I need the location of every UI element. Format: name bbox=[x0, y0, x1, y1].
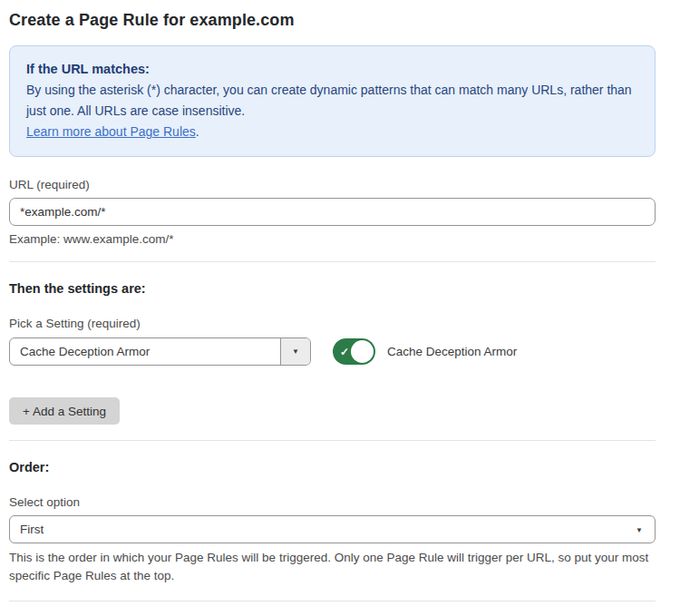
settings-section-heading: Then the settings are: bbox=[9, 281, 656, 296]
url-helper-text: Example: www.example.com/* bbox=[9, 232, 656, 246]
divider bbox=[9, 601, 656, 601]
toggle-label: Cache Deception Armor bbox=[387, 345, 517, 358]
info-box-link-line: Learn more about Page Rules. bbox=[26, 122, 638, 142]
link-suffix: . bbox=[196, 124, 199, 139]
url-match-info-box: If the URL matches: By using the asteris… bbox=[9, 45, 656, 157]
setting-row: Cache Deception Armor ▼ ✓ Cache Deceptio… bbox=[9, 337, 656, 366]
url-input[interactable] bbox=[9, 198, 656, 226]
divider bbox=[9, 440, 656, 441]
setting-select-value: Cache Deception Armor bbox=[10, 338, 280, 365]
order-select-label: Select option bbox=[9, 495, 656, 509]
order-section-heading: Order: bbox=[9, 460, 656, 474]
create-page-rule-form: Create a Page Rule for example.com If th… bbox=[9, 0, 656, 616]
divider bbox=[9, 261, 656, 262]
order-select[interactable]: First ▼ bbox=[9, 515, 656, 543]
page-title: Create a Page Rule for example.com bbox=[9, 11, 656, 30]
check-icon: ✓ bbox=[340, 345, 349, 357]
setting-select[interactable]: Cache Deception Armor ▼ bbox=[9, 337, 311, 366]
learn-more-link[interactable]: Learn more about Page Rules bbox=[26, 124, 196, 139]
info-box-heading: If the URL matches: bbox=[26, 59, 638, 80]
url-field-label: URL (required) bbox=[9, 178, 656, 191]
pick-setting-label: Pick a Setting (required) bbox=[9, 317, 656, 330]
order-helper-text: This is the order in which your Page Rul… bbox=[9, 549, 656, 585]
cache-deception-armor-toggle[interactable]: ✓ bbox=[333, 338, 375, 365]
toggle-knob bbox=[351, 340, 374, 363]
chevron-down-icon[interactable]: ▼ bbox=[280, 338, 310, 365]
chevron-down-icon: ▼ bbox=[636, 525, 643, 533]
order-select-value: First bbox=[20, 523, 44, 536]
info-box-body: By using the asterisk (*) character, you… bbox=[26, 80, 638, 122]
add-setting-button[interactable]: + Add a Setting bbox=[9, 397, 120, 425]
